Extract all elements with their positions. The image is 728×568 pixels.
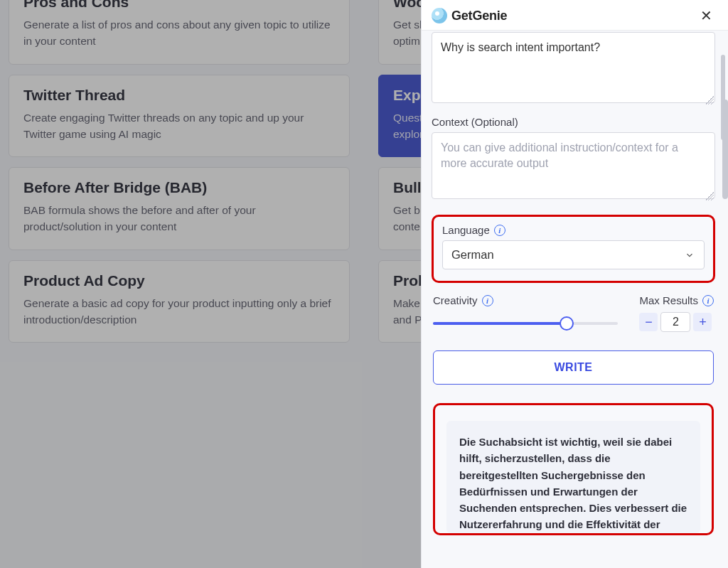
topic-textarea[interactable]: [432, 32, 715, 103]
context-label: Context (Optional): [432, 116, 715, 128]
maxresults-input[interactable]: [660, 312, 690, 332]
maxresults-stepper: − +: [639, 312, 714, 332]
creativity-label: Creativity: [433, 294, 478, 306]
maxresults-label: Max Results: [639, 294, 698, 306]
decrement-button[interactable]: −: [639, 313, 658, 331]
creativity-control: Creativity i: [433, 294, 618, 333]
language-highlight: Language i German: [432, 215, 715, 283]
slider-thumb-icon[interactable]: [560, 316, 574, 331]
language-label-text: Language: [442, 224, 490, 236]
result-highlight: Die Suchabsicht ist wichtig, weil sie da…: [433, 403, 714, 535]
panel-body: Context (Optional) Language i German: [422, 31, 728, 568]
info-icon[interactable]: i: [494, 225, 505, 236]
controls-row: Creativity i Max Results i − +: [432, 294, 715, 333]
maxresults-control: Max Results i − +: [639, 294, 714, 333]
creativity-slider[interactable]: [433, 314, 618, 333]
brand-logo-icon: [432, 8, 447, 23]
chevron-down-icon: [685, 250, 695, 260]
brand-name: GetGenie: [451, 9, 507, 23]
close-icon: ✕: [700, 8, 712, 23]
result-text: Die Suchabsicht ist wichtig, weil sie da…: [459, 436, 687, 530]
panel-header: GetGenie ✕: [422, 0, 728, 31]
language-selected-value: German: [451, 248, 494, 261]
side-panel: GetGenie ✕ Context (Optional) Language i: [421, 0, 728, 568]
language-label: Language i: [442, 224, 705, 236]
language-select[interactable]: German: [442, 240, 705, 269]
page-scrollbar-thumb[interactable]: [722, 100, 728, 199]
info-icon[interactable]: i: [482, 295, 493, 306]
close-button[interactable]: ✕: [700, 7, 712, 24]
result-card[interactable]: Die Suchabsicht ist wichtig, weil sie da…: [446, 421, 700, 533]
brand: GetGenie: [432, 8, 507, 23]
increment-button[interactable]: +: [693, 313, 712, 331]
write-button[interactable]: WRITE: [433, 350, 714, 385]
context-textarea[interactable]: [432, 132, 715, 199]
info-icon[interactable]: i: [702, 295, 714, 306]
